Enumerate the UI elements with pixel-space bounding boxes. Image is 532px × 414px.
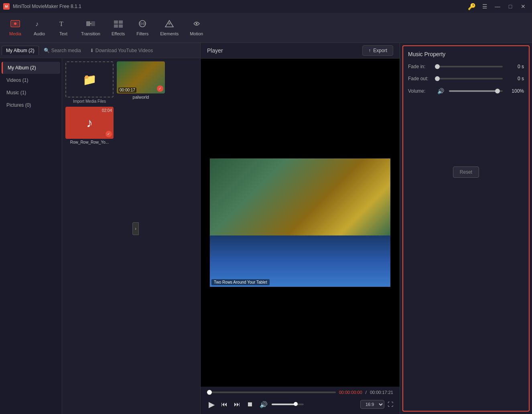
play-button[interactable]: ▶ bbox=[207, 398, 216, 411]
toolbar: Media ♪ Audio T Text Transition Effects … bbox=[0, 13, 532, 43]
music-check-badge: ✓ bbox=[106, 131, 112, 137]
time-separator: / bbox=[365, 390, 367, 395]
motion-icon bbox=[192, 20, 201, 30]
svg-rect-5 bbox=[86, 21, 90, 26]
fade-out-row: Fade out: 0 s bbox=[408, 76, 524, 81]
toolbar-elements[interactable]: Elements bbox=[154, 17, 184, 39]
toolbar-motion[interactable]: Motion bbox=[184, 17, 209, 39]
download-icon: ⬇ bbox=[90, 48, 94, 53]
video-thumb-palworld[interactable]: 00:00:17 ✓ palworld bbox=[117, 61, 165, 104]
next-frame-button[interactable]: ⏭ bbox=[232, 399, 242, 410]
export-button[interactable]: ↑ Export bbox=[362, 45, 393, 56]
export-icon: ↑ bbox=[368, 48, 371, 53]
svg-point-16 bbox=[196, 23, 197, 24]
volume-slider[interactable] bbox=[272, 404, 304, 405]
svg-rect-10 bbox=[119, 24, 123, 28]
music-property-title: Music Property bbox=[408, 51, 524, 57]
svg-point-13 bbox=[142, 22, 146, 25]
svg-rect-8 bbox=[119, 20, 123, 24]
time-current: 00:00:00:00 bbox=[339, 390, 362, 395]
video-area: Two Rows Around Your Tablet bbox=[201, 59, 400, 387]
fade-out-value: 0 s bbox=[506, 76, 524, 81]
left-panel-tabs: My Album (2) 🔍 Search media ⬇ Download Y… bbox=[0, 43, 200, 58]
minimize-button[interactable]: — bbox=[492, 2, 503, 10]
stop-button[interactable]: ⏹ bbox=[245, 399, 255, 410]
fade-out-slider[interactable] bbox=[437, 78, 503, 79]
toolbar-audio[interactable]: ♪ Audio bbox=[27, 17, 51, 39]
toolbar-media-label: Media bbox=[9, 31, 21, 36]
maximize-button[interactable]: □ bbox=[505, 2, 516, 10]
volume-fill bbox=[272, 404, 296, 405]
svg-point-15 bbox=[168, 22, 171, 25]
music-thumb-row[interactable]: ♪ 02:04 ✓ Row_Row_Row_Yo... bbox=[65, 107, 114, 144]
aspect-ratio-select[interactable]: 16:9 9:16 1:1 4:3 bbox=[360, 400, 384, 409]
svg-point-12 bbox=[139, 22, 142, 25]
left-panel: My Album (2) 🔍 Search media ⬇ Download Y… bbox=[0, 43, 201, 414]
progress-thumb bbox=[207, 390, 212, 395]
export-label: Export bbox=[373, 48, 387, 53]
right-panel: Music Property Fade in: 0 s Fade out: bbox=[400, 43, 532, 414]
window-controls: ☰ — □ ✕ bbox=[479, 2, 529, 10]
toolbar-text[interactable]: T Text bbox=[51, 17, 75, 39]
sidebar-item-videos[interactable]: Videos (1) bbox=[2, 74, 60, 86]
toolbar-filters-label: Filters bbox=[136, 31, 148, 36]
volume-property-fill bbox=[449, 90, 497, 92]
toolbar-transition[interactable]: Transition bbox=[75, 17, 106, 39]
volume-area: 🔊 bbox=[258, 399, 304, 410]
panel-collapse-arrow[interactable]: › bbox=[132, 222, 139, 235]
text-icon: T bbox=[59, 20, 67, 30]
toolbar-elements-label: Elements bbox=[160, 31, 179, 36]
toolbar-effects-label: Effects bbox=[112, 31, 125, 36]
svg-rect-6 bbox=[91, 21, 95, 26]
left-content: My Album (2) Videos (1) Music (1) Pictur… bbox=[0, 58, 200, 414]
reset-button[interactable]: Reset bbox=[453, 166, 479, 178]
close-button[interactable]: ✕ bbox=[518, 2, 529, 10]
transition-icon bbox=[86, 20, 95, 30]
toolbar-text-label: Text bbox=[59, 31, 67, 36]
toolbar-media[interactable]: Media bbox=[3, 17, 27, 39]
filters-icon bbox=[138, 20, 147, 30]
fade-in-value: 0 s bbox=[506, 64, 524, 69]
menu-button[interactable]: ☰ bbox=[479, 2, 490, 10]
player-header: Player ↑ Export bbox=[201, 43, 400, 59]
volume-thumb bbox=[294, 402, 298, 406]
search-tab[interactable]: 🔍 Search media bbox=[40, 46, 85, 55]
main-area: My Album (2) 🔍 Search media ⬇ Download Y… bbox=[0, 43, 532, 414]
player-panel: Player ↑ Export Two Rows Around Your Tab… bbox=[201, 43, 400, 414]
music-duration: 02:04 bbox=[102, 108, 112, 113]
video-thumbnail: 00:00:17 ✓ bbox=[117, 61, 165, 93]
fade-in-row: Fade in: 0 s bbox=[408, 64, 524, 69]
volume-button[interactable]: 🔊 bbox=[258, 399, 269, 410]
volume-property-slider[interactable] bbox=[449, 90, 503, 92]
fullscreen-button[interactable]: ⛶ bbox=[388, 401, 393, 408]
toolbar-effects[interactable]: Effects bbox=[106, 17, 130, 39]
media-icon bbox=[10, 20, 20, 30]
fade-in-slider[interactable] bbox=[437, 66, 503, 67]
music-property-panel: Music Property Fade in: 0 s Fade out: bbox=[402, 45, 530, 412]
fade-out-label: Fade out: bbox=[408, 76, 434, 81]
volume-property-thumb bbox=[495, 89, 500, 93]
fade-out-thumb bbox=[435, 76, 440, 81]
prev-frame-button[interactable]: ⏮ bbox=[219, 399, 229, 410]
folder-icon: 📁 bbox=[83, 73, 97, 86]
player-title: Player bbox=[207, 47, 223, 54]
music-label: Row_Row_Row_Yo... bbox=[65, 140, 114, 144]
video-check-badge: ✓ bbox=[157, 85, 163, 92]
video-caption: Two Rows Around Your Tablet bbox=[211, 279, 270, 285]
download-tab-label: Download YouTube Videos bbox=[95, 48, 153, 53]
toolbar-filters[interactable]: Filters bbox=[130, 17, 154, 39]
volume-label: Volume: bbox=[408, 88, 434, 94]
audio-icon: ♪ bbox=[35, 20, 43, 30]
download-tab[interactable]: ⬇ Download YouTube Videos bbox=[86, 46, 157, 55]
effects-icon bbox=[114, 20, 123, 30]
sidebar-item-pictures[interactable]: Pictures (0) bbox=[2, 99, 60, 111]
album-tab[interactable]: My Album (2) bbox=[2, 46, 39, 55]
elements-icon bbox=[164, 20, 174, 30]
import-media-box[interactable]: 📁 bbox=[65, 61, 114, 97]
video-preview: Two Rows Around Your Tablet bbox=[210, 158, 390, 287]
progress-bar[interactable] bbox=[207, 392, 336, 393]
sidebar-item-music[interactable]: Music (1) bbox=[2, 87, 60, 99]
sidebar-item-myalbum[interactable]: My Album (2) bbox=[2, 62, 60, 74]
import-label: Import Media Files bbox=[73, 99, 106, 104]
svg-text:T: T bbox=[59, 20, 63, 27]
